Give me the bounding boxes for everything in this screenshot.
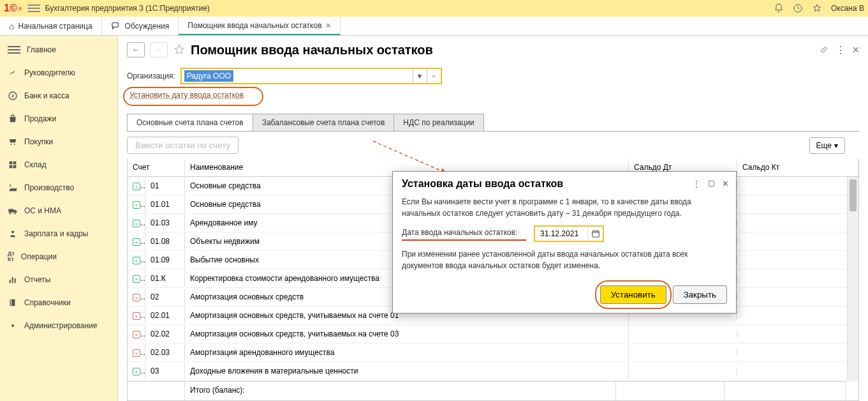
account-type-icon: ▪ xyxy=(133,220,140,227)
cart-icon xyxy=(8,137,18,147)
cell-sk xyxy=(737,219,858,227)
sidebar-item-ref[interactable]: Справочники xyxy=(0,291,117,314)
account-type-icon: ▪ xyxy=(133,275,140,283)
date-label: Дата ввода начальных остатков: xyxy=(402,228,517,237)
home-icon: ⌂ xyxy=(9,21,14,31)
sidebar-item-os[interactable]: ОС и НМА xyxy=(0,199,117,222)
sidebar-item-sales[interactable]: Продажи xyxy=(0,107,117,130)
cell-acct: 02.01 xyxy=(145,307,185,324)
inner-tab-vat[interactable]: НДС по реализации xyxy=(394,114,483,131)
scrollbar-vertical[interactable] xyxy=(847,177,858,381)
sidebar-item-label: Отчеты xyxy=(24,275,50,284)
tab-assistant[interactable]: Помощник ввода начальных остатков × xyxy=(179,17,340,35)
app-logo: 1©≡ xyxy=(4,3,22,14)
account-type-icon: ▪ xyxy=(133,368,140,375)
tab-discussions[interactable]: Обсуждения xyxy=(102,17,179,35)
svg-point-20 xyxy=(11,324,14,327)
tab-label: Помощник ввода начальных остатков xyxy=(188,21,321,30)
history-icon[interactable] xyxy=(793,3,803,13)
hamburger-icon[interactable] xyxy=(27,2,40,15)
tab-label: Начальная страница xyxy=(18,22,92,31)
cell-acct: 02 xyxy=(145,289,185,305)
row-icon-cell: ▪ xyxy=(128,233,145,250)
table-row[interactable]: ▪02.02Амортизация основных средств, учит… xyxy=(128,325,858,344)
annotation-underline xyxy=(402,239,526,241)
dialog-ok-button[interactable]: Установить xyxy=(600,285,666,304)
sidebar-item-label: Операции xyxy=(21,252,57,261)
row-icon-cell: ▪ xyxy=(128,289,145,306)
inner-tab-main[interactable]: Основные счета плана счетов xyxy=(127,114,253,131)
dropdown-icon[interactable]: ▾ xyxy=(413,69,427,83)
table-row[interactable]: ▪03Доходные вложения в материальные ценн… xyxy=(128,362,858,381)
svg-rect-1 xyxy=(112,22,118,27)
tab-label: Обсуждения xyxy=(125,22,170,31)
nav-back-button[interactable]: ← xyxy=(127,42,145,57)
sidebar-item-label: Администрирование xyxy=(24,321,97,330)
row-icon-cell: ▪ xyxy=(128,215,145,232)
sidebar-item-ops[interactable]: ДтКт Операции xyxy=(0,245,117,268)
sidebar-item-bank[interactable]: ₽ Банк и касса xyxy=(0,84,117,107)
cell-sd xyxy=(629,349,737,356)
col-sk[interactable]: Сальдо Кт xyxy=(737,159,858,176)
sidebar-item-label: Банк и касса xyxy=(24,91,70,100)
cell-acct: 01.К xyxy=(145,270,185,287)
account-type-icon: ▪ xyxy=(133,201,140,209)
maximize-icon[interactable]: ☐ xyxy=(708,179,715,188)
table-row[interactable]: ▪02.03Амортизация арендованного имуществ… xyxy=(128,344,858,362)
svg-rect-11 xyxy=(8,209,13,212)
close-icon[interactable]: × xyxy=(723,178,728,190)
date-input[interactable] xyxy=(535,227,587,241)
kebab-icon[interactable]: ⋮ xyxy=(693,179,700,188)
cell-sd xyxy=(629,330,737,338)
cell-sk xyxy=(737,312,858,319)
inner-tab-offbal[interactable]: Забалансовые счета плана счетов xyxy=(253,114,395,131)
dialog-cancel-button[interactable]: Закрыть xyxy=(673,285,727,304)
chat-icon xyxy=(111,21,121,31)
svg-rect-7 xyxy=(13,162,17,165)
row-icon-cell: ▪ xyxy=(128,326,145,343)
sidebar-item-reports[interactable]: Отчеты xyxy=(0,268,117,291)
sidebar-item-hr[interactable]: Зарплата и кадры xyxy=(0,222,117,245)
sidebar-item-stock[interactable]: Склад xyxy=(0,153,117,176)
sidebar-item-purch[interactable]: Покупки xyxy=(0,130,117,153)
row-icon-cell: ▪ xyxy=(128,344,145,361)
org-select[interactable]: Радуга ООО ▾ ▫ xyxy=(180,68,442,84)
svg-rect-15 xyxy=(10,280,11,283)
more-label: Еще xyxy=(816,141,832,150)
star-icon[interactable] xyxy=(812,3,822,13)
cell-name: Доходные вложения в материальные ценност… xyxy=(185,363,629,379)
sidebar-item-admin[interactable]: Администрирование xyxy=(0,314,117,337)
col-acct[interactable]: Счет xyxy=(128,159,185,176)
enter-balances-button[interactable]: Ввести остатки по счету xyxy=(127,137,239,154)
user-name[interactable]: Оксана В xyxy=(831,4,864,13)
bars-icon xyxy=(8,275,18,285)
svg-text:₽: ₽ xyxy=(11,93,15,99)
cell-sk xyxy=(737,367,858,375)
bell-icon[interactable] xyxy=(774,3,784,13)
row-icon-cell: ▪ xyxy=(128,196,145,213)
cell-sk xyxy=(737,293,858,301)
svg-point-5 xyxy=(14,144,15,145)
ruble-icon: ₽ xyxy=(8,91,18,101)
link-icon[interactable] xyxy=(819,45,829,55)
open-ref-icon[interactable]: ▫ xyxy=(427,69,441,83)
scroll-thumb[interactable] xyxy=(850,179,857,211)
sidebar-item-label: Зарплата и кадры xyxy=(24,229,88,238)
set-date-link[interactable]: Установить дату ввода остатков xyxy=(127,89,246,101)
sidebar-item-lead[interactable]: Руководителю xyxy=(0,61,117,84)
truck-icon xyxy=(8,206,18,216)
chevron-down-icon: ▾ xyxy=(834,141,838,150)
cell-acct: 02.03 xyxy=(145,344,185,361)
account-type-icon: ▪ xyxy=(133,257,140,264)
account-type-icon: ▪ xyxy=(133,238,140,246)
more-button[interactable]: Еще ▾ xyxy=(809,137,845,154)
kebab-icon[interactable]: ⋮ xyxy=(835,44,846,56)
sidebar-item-prod[interactable]: Производство xyxy=(0,176,117,199)
close-icon[interactable]: × xyxy=(852,43,859,57)
favorite-icon[interactable] xyxy=(173,43,186,56)
sidebar-item-main[interactable]: Главное xyxy=(0,38,117,61)
close-icon[interactable]: × xyxy=(326,20,331,31)
account-type-icon: ▪ xyxy=(133,183,140,190)
tab-home[interactable]: ⌂ Начальная страница xyxy=(0,17,102,35)
calendar-icon[interactable] xyxy=(587,226,603,241)
